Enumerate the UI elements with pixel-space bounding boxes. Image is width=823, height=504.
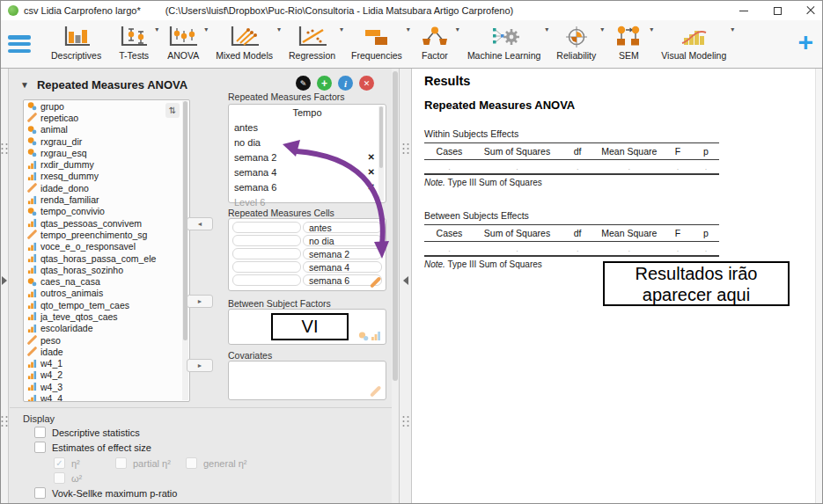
descriptive-statistics-checkbox[interactable] bbox=[34, 427, 46, 438]
rm-factors-box[interactable]: Tempo antesno diasemana 2✕semana 4✕seman… bbox=[228, 104, 386, 203]
ordinal-type-icon bbox=[27, 300, 37, 310]
rm-cells-box[interactable]: antesno diasemana 2semana 4semana 6 bbox=[228, 218, 386, 291]
variable-item-rxesq_dummy[interactable]: rxesq_dummy bbox=[24, 171, 189, 182]
collapse-analysis-icon[interactable]: ▼ bbox=[20, 80, 29, 90]
menu-icon[interactable] bbox=[8, 35, 31, 53]
variable-item-voce_e_o_responsavel[interactable]: voce_e_o_responsavel bbox=[24, 241, 189, 252]
variable-item-grupo[interactable]: grupo bbox=[24, 100, 189, 112]
cell-drop-slot[interactable] bbox=[232, 222, 301, 233]
variable-item-peso[interactable]: peso bbox=[24, 334, 189, 346]
ordinal-type-icon bbox=[27, 324, 37, 333]
assign-covariates-button[interactable]: ► bbox=[187, 359, 213, 372]
variable-name: tempo_preenchimento_sg bbox=[40, 230, 147, 240]
ordinal-type-icon bbox=[27, 242, 37, 252]
nominal-type-icon bbox=[27, 277, 37, 287]
factor-level-no-dia[interactable]: no dia bbox=[229, 135, 386, 150]
assign-cells-button[interactable]: ◄ bbox=[187, 217, 213, 230]
ribbon-button-t-tests[interactable]: ▾T-Tests bbox=[109, 25, 158, 61]
ribbon-button-anova[interactable]: ▾ANOVA bbox=[158, 25, 208, 61]
between-factors-label: Between Subject Factors bbox=[228, 298, 331, 309]
variable-item-tempo_preenchimento_sg[interactable]: tempo_preenchimento_sg bbox=[24, 229, 189, 240]
ribbon-button-visual-modeling[interactable]: ▾Visual Modeling bbox=[653, 25, 734, 61]
results-splitter[interactable] bbox=[399, 69, 412, 503]
variable-item-qtas_pessoas_convivem[interactable]: qtas_pessoas_convivem bbox=[24, 217, 189, 229]
factor-level-semana-2[interactable]: semana 2✕ bbox=[229, 150, 386, 164]
remove-analysis-icon[interactable]: ✕ bbox=[359, 76, 374, 91]
variable-item-rxgrau_esq[interactable]: rxgrau_esq bbox=[24, 147, 189, 158]
factor-level-semana-4[interactable]: semana 4✕ bbox=[229, 164, 386, 179]
variable-item-rxdir_dummy[interactable]: rxdir_dummy bbox=[24, 158, 189, 170]
results-heading: Repeated Measures ANOVA bbox=[424, 99, 575, 112]
cell-drop-slot[interactable] bbox=[232, 235, 301, 246]
variable-item-w4_2[interactable]: w4_2 bbox=[24, 369, 189, 381]
edit-title-icon[interactable]: ✎ bbox=[296, 76, 311, 91]
variable-item-escolaridade[interactable]: escolaridade bbox=[24, 323, 189, 334]
ribbon-button-factor[interactable]: ▾Factor bbox=[410, 25, 459, 61]
ribbon-button-regression[interactable]: ▾Regression bbox=[281, 25, 343, 61]
variable-item-idade[interactable]: idade bbox=[24, 346, 189, 357]
variable-item-outros_animais[interactable]: outros_animais bbox=[24, 288, 189, 299]
descriptives-icon bbox=[60, 25, 93, 49]
analysis-panel-scrollbar[interactable] bbox=[392, 69, 399, 503]
assign-between-button[interactable]: ► bbox=[187, 295, 213, 308]
maximize-icon[interactable] bbox=[771, 4, 783, 17]
analysis-header-icons: ✎ + i ✕ bbox=[296, 76, 374, 91]
variable-item-qtas_horas_sozinho[interactable]: qtas_horas_sozinho bbox=[24, 264, 189, 275]
ribbon-button-descriptives[interactable]: Descriptives bbox=[43, 25, 109, 61]
variable-item-caes_na_casa[interactable]: caes_na_casa bbox=[24, 275, 189, 287]
allowed-types-icons bbox=[358, 331, 381, 341]
ribbon-button-sem[interactable]: ▾SEM bbox=[604, 25, 653, 61]
variable-item-ja_teve_qtos_caes[interactable]: ja_teve_qtos_caes bbox=[24, 310, 189, 322]
factor-level-semana-6[interactable]: semana 6✕ bbox=[229, 179, 386, 194]
factor-level-antes[interactable]: antes bbox=[229, 120, 386, 135]
variables-scrollbar[interactable] bbox=[182, 101, 188, 400]
variable-item-w4_3[interactable]: w4_3 bbox=[24, 381, 189, 392]
factor-level-name: semana 6 bbox=[234, 182, 276, 193]
covariates-box[interactable] bbox=[228, 361, 386, 400]
expand-data-panel-icon[interactable] bbox=[2, 276, 7, 285]
variable-item-repeticao[interactable]: repeticao bbox=[24, 112, 189, 123]
collapse-input-panel-icon[interactable] bbox=[403, 276, 408, 285]
cell-drop-slot[interactable] bbox=[232, 261, 301, 273]
close-icon[interactable] bbox=[805, 4, 817, 17]
variable-name: ja_teve_qtos_caes bbox=[40, 311, 118, 322]
variable-item-w4_4[interactable]: w4_4 bbox=[24, 392, 189, 402]
variable-item-idade_dono[interactable]: idade_dono bbox=[24, 182, 189, 194]
remove-level-icon[interactable]: ✕ bbox=[368, 182, 375, 192]
results-annotation-box: Resultados irão aparecer aqui bbox=[603, 261, 790, 306]
cell-level-label[interactable]: no dia bbox=[303, 235, 382, 246]
titlebar: csv Lidia Carprofeno largo* (C:\Users\lu… bbox=[1, 1, 822, 20]
sort-variables-icon[interactable]: ⇅ bbox=[165, 103, 180, 118]
display-section: Display Descriptive statistics Estimates… bbox=[10, 407, 392, 503]
variable-item-qtas_horas_passa_com_ele[interactable]: qtas_horas_passa_com_ele bbox=[24, 252, 189, 264]
factor-name[interactable]: Tempo bbox=[229, 105, 386, 120]
vovk-sellke-checkbox[interactable] bbox=[34, 487, 46, 499]
ordinal-type-icon bbox=[27, 394, 37, 402]
variable-item-renda_familiar[interactable]: renda_familiar bbox=[24, 194, 189, 205]
cell-drop-slot[interactable] bbox=[232, 274, 301, 286]
cell-level-label[interactable]: semana 2 bbox=[303, 248, 382, 259]
ribbon-button-reliability[interactable]: ▾Reliability bbox=[548, 25, 604, 61]
factor-level-name: semana 2 bbox=[234, 152, 276, 163]
remove-level-icon[interactable]: ✕ bbox=[368, 152, 375, 162]
variable-item-tempo_convivio[interactable]: tempo_convivio bbox=[24, 206, 189, 217]
ribbon-button-mixed-models[interactable]: ▾Mixed Models bbox=[208, 25, 281, 61]
variable-item-w4_1[interactable]: w4_1 bbox=[24, 358, 189, 369]
cell-level-label[interactable]: semana 4 bbox=[303, 261, 382, 273]
minimize-icon[interactable] bbox=[738, 4, 750, 17]
ribbon-button-frequencies[interactable]: ▾Frequencies bbox=[343, 25, 410, 61]
duplicate-analysis-icon[interactable]: + bbox=[317, 76, 332, 91]
cell-level-label[interactable]: antes bbox=[303, 222, 382, 233]
effect-size-checkbox[interactable] bbox=[34, 442, 46, 453]
data-panel-splitter[interactable] bbox=[1, 69, 9, 503]
variable-item-animal[interactable]: animal bbox=[24, 124, 189, 135]
help-info-icon[interactable]: i bbox=[338, 76, 353, 91]
ttests-icon bbox=[117, 25, 151, 49]
add-module-button[interactable]: + bbox=[797, 29, 813, 55]
variable-item-rxgrau_dir[interactable]: rxgrau_dir bbox=[24, 135, 189, 147]
cell-drop-slot[interactable] bbox=[232, 248, 301, 259]
remove-level-icon[interactable]: ✕ bbox=[368, 167, 375, 177]
results-scrollbar[interactable] bbox=[815, 69, 822, 503]
variable-item-qto_tempo_tem_caes[interactable]: qto_tempo_tem_caes bbox=[24, 299, 189, 310]
ribbon-button-machine-learning[interactable]: ▾Machine Learning bbox=[459, 25, 548, 61]
